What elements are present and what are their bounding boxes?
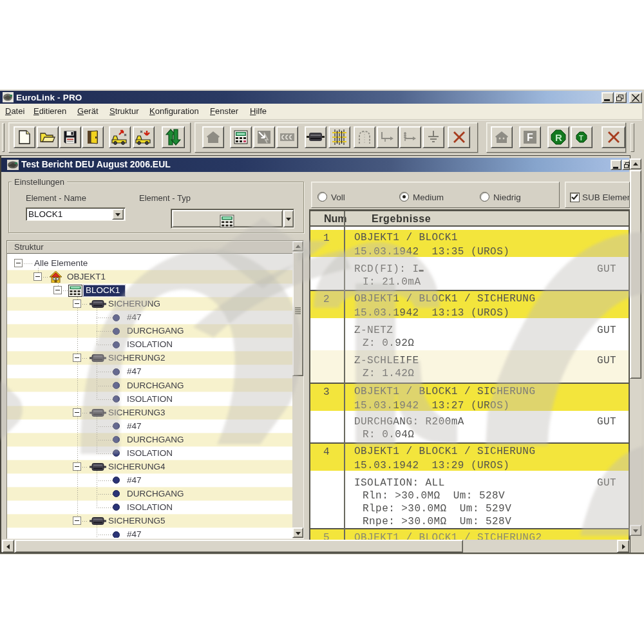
svg-text:R: R <box>555 132 562 143</box>
svg-text:F: F <box>527 132 533 143</box>
svg-text:T: T <box>579 134 583 142</box>
